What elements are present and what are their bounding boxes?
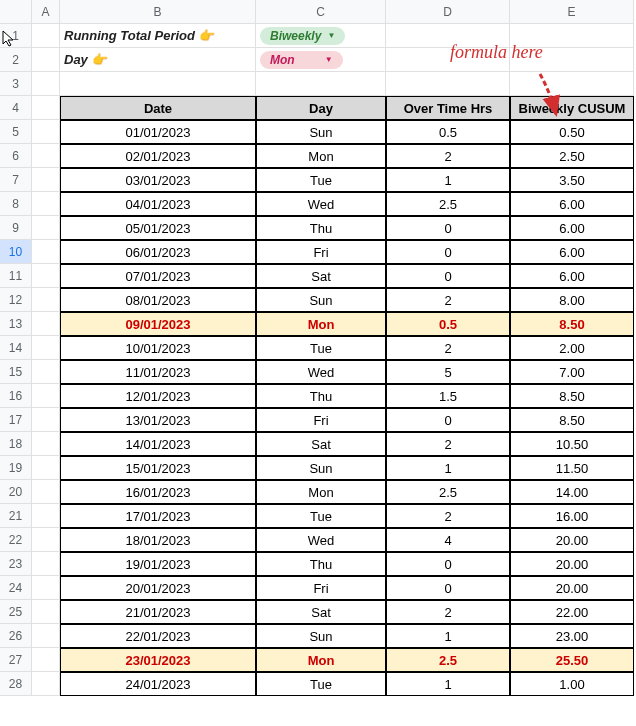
cell-a9[interactable] — [32, 216, 60, 240]
cell-a20[interactable] — [32, 480, 60, 504]
table-cell-ot[interactable]: 0 — [386, 216, 510, 240]
table-cell-ot[interactable]: 0.5 — [386, 120, 510, 144]
table-cell-cusum[interactable]: 1.00 — [510, 672, 634, 696]
row-header-16[interactable]: 16 — [0, 384, 32, 408]
cell-a7[interactable] — [32, 168, 60, 192]
table-cell-day[interactable]: Sun — [256, 288, 386, 312]
table-cell-day[interactable]: Tue — [256, 672, 386, 696]
row-header-9[interactable]: 9 — [0, 216, 32, 240]
table-cell-cusum[interactable]: 14.00 — [510, 480, 634, 504]
table-cell-date[interactable]: 02/01/2023 — [60, 144, 256, 168]
table-cell-date[interactable]: 20/01/2023 — [60, 576, 256, 600]
table-cell-day[interactable]: Tue — [256, 336, 386, 360]
table-cell-day[interactable]: Sat — [256, 264, 386, 288]
cell-a8[interactable] — [32, 192, 60, 216]
cell-c1[interactable]: Biweekly ▼ — [256, 24, 386, 48]
table-cell-day[interactable]: Thu — [256, 384, 386, 408]
table-cell-ot[interactable]: 5 — [386, 360, 510, 384]
row-header-7[interactable]: 7 — [0, 168, 32, 192]
row-header-8[interactable]: 8 — [0, 192, 32, 216]
table-cell-cusum[interactable]: 25.50 — [510, 648, 634, 672]
table-cell-cusum[interactable]: 6.00 — [510, 264, 634, 288]
table-cell-ot[interactable]: 0 — [386, 240, 510, 264]
cell-b1[interactable]: Running Total Period 👉 — [60, 24, 256, 48]
cell-c3[interactable] — [256, 72, 386, 96]
row-header-27[interactable]: 27 — [0, 648, 32, 672]
table-cell-date[interactable]: 14/01/2023 — [60, 432, 256, 456]
table-cell-ot[interactable]: 0 — [386, 264, 510, 288]
row-header-15[interactable]: 15 — [0, 360, 32, 384]
table-header-ot[interactable]: Over Time Hrs — [386, 96, 510, 120]
cell-c2[interactable]: Mon ▼ — [256, 48, 386, 72]
cell-b3[interactable] — [60, 72, 256, 96]
cell-a26[interactable] — [32, 624, 60, 648]
table-cell-date[interactable]: 09/01/2023 — [60, 312, 256, 336]
table-cell-date[interactable]: 11/01/2023 — [60, 360, 256, 384]
cell-a22[interactable] — [32, 528, 60, 552]
cell-e1[interactable] — [510, 24, 634, 48]
table-cell-ot[interactable]: 2 — [386, 336, 510, 360]
table-cell-ot[interactable]: 0 — [386, 408, 510, 432]
table-cell-day[interactable]: Fri — [256, 240, 386, 264]
table-cell-ot[interactable]: 1 — [386, 672, 510, 696]
row-header-12[interactable]: 12 — [0, 288, 32, 312]
table-cell-date[interactable]: 17/01/2023 — [60, 504, 256, 528]
table-cell-ot[interactable]: 0.5 — [386, 312, 510, 336]
row-header-17[interactable]: 17 — [0, 408, 32, 432]
table-cell-ot[interactable]: 2 — [386, 288, 510, 312]
row-header-19[interactable]: 19 — [0, 456, 32, 480]
row-header-14[interactable]: 14 — [0, 336, 32, 360]
table-cell-date[interactable]: 13/01/2023 — [60, 408, 256, 432]
table-cell-day[interactable]: Tue — [256, 168, 386, 192]
table-cell-ot[interactable]: 1 — [386, 624, 510, 648]
table-cell-cusum[interactable]: 8.50 — [510, 408, 634, 432]
table-cell-date[interactable]: 04/01/2023 — [60, 192, 256, 216]
table-cell-day[interactable]: Mon — [256, 480, 386, 504]
cell-d1[interactable] — [386, 24, 510, 48]
table-cell-cusum[interactable]: 6.00 — [510, 240, 634, 264]
row-header-25[interactable]: 25 — [0, 600, 32, 624]
table-cell-day[interactable]: Thu — [256, 552, 386, 576]
table-cell-ot[interactable]: 1.5 — [386, 384, 510, 408]
table-cell-day[interactable]: Wed — [256, 528, 386, 552]
table-cell-cusum[interactable]: 20.00 — [510, 576, 634, 600]
col-header-e[interactable]: E — [510, 0, 634, 24]
table-cell-ot[interactable]: 2.5 — [386, 480, 510, 504]
row-header-23[interactable]: 23 — [0, 552, 32, 576]
table-cell-date[interactable]: 16/01/2023 — [60, 480, 256, 504]
col-header-b[interactable]: B — [60, 0, 256, 24]
cell-a27[interactable] — [32, 648, 60, 672]
table-cell-date[interactable]: 06/01/2023 — [60, 240, 256, 264]
table-cell-ot[interactable]: 4 — [386, 528, 510, 552]
table-cell-date[interactable]: 21/01/2023 — [60, 600, 256, 624]
col-header-a[interactable]: A — [32, 0, 60, 24]
col-header-d[interactable]: D — [386, 0, 510, 24]
table-cell-date[interactable]: 15/01/2023 — [60, 456, 256, 480]
row-header-13[interactable]: 13 — [0, 312, 32, 336]
table-cell-date[interactable]: 08/01/2023 — [60, 288, 256, 312]
table-cell-date[interactable]: 23/01/2023 — [60, 648, 256, 672]
table-cell-date[interactable]: 24/01/2023 — [60, 672, 256, 696]
cell-a13[interactable] — [32, 312, 60, 336]
table-header-day[interactable]: Day — [256, 96, 386, 120]
table-cell-day[interactable]: Wed — [256, 360, 386, 384]
cell-a14[interactable] — [32, 336, 60, 360]
row-header-24[interactable]: 24 — [0, 576, 32, 600]
table-cell-day[interactable]: Sat — [256, 432, 386, 456]
table-cell-cusum[interactable]: 6.00 — [510, 216, 634, 240]
period-dropdown[interactable]: Biweekly ▼ — [260, 27, 345, 45]
row-header-18[interactable]: 18 — [0, 432, 32, 456]
table-cell-cusum[interactable]: 20.00 — [510, 552, 634, 576]
table-cell-day[interactable]: Sun — [256, 624, 386, 648]
cell-a11[interactable] — [32, 264, 60, 288]
row-header-1[interactable]: 1 — [0, 24, 32, 48]
table-cell-ot[interactable]: 1 — [386, 168, 510, 192]
table-cell-cusum[interactable]: 3.50 — [510, 168, 634, 192]
cell-a5[interactable] — [32, 120, 60, 144]
table-cell-ot[interactable]: 0 — [386, 576, 510, 600]
table-cell-cusum[interactable]: 22.00 — [510, 600, 634, 624]
table-cell-ot[interactable]: 2 — [386, 144, 510, 168]
table-cell-day[interactable]: Fri — [256, 408, 386, 432]
table-cell-cusum[interactable]: 8.50 — [510, 312, 634, 336]
cell-a17[interactable] — [32, 408, 60, 432]
